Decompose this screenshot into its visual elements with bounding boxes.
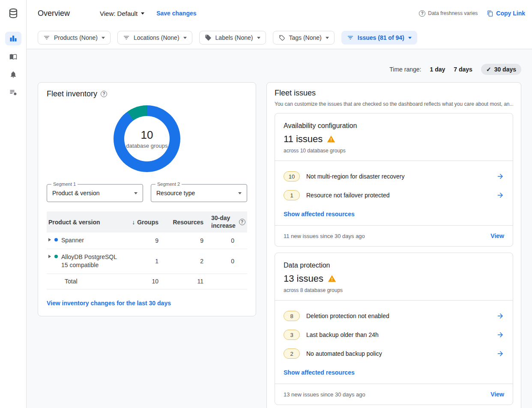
show-affected-resources-link[interactable]: Show affected resources bbox=[284, 211, 504, 217]
issue-item: 10 Not multi-region for disaster recover… bbox=[284, 169, 504, 184]
total-groups-value: 10 bbox=[124, 278, 160, 285]
chevron-down-icon bbox=[257, 37, 260, 39]
help-icon[interactable]: ? bbox=[101, 91, 107, 97]
chevron-down-icon bbox=[141, 12, 144, 15]
issue-count-badge: 2 bbox=[284, 348, 300, 359]
col-resources[interactable]: Resources bbox=[160, 219, 205, 226]
view-inventory-changes-link[interactable]: View inventory changes for the last 30 d… bbox=[47, 300, 247, 307]
row-increase-value: 0 bbox=[205, 258, 236, 265]
table-total-row: Total 10 11 bbox=[47, 274, 247, 289]
increase-help: ? bbox=[236, 219, 248, 225]
row-product-name: Spanner bbox=[61, 236, 84, 245]
issue-item: 3 Last backup older than 24h bbox=[284, 327, 504, 342]
filter-chip-locations[interactable]: Locations (None) bbox=[117, 31, 192, 45]
arrow-forward-icon bbox=[496, 331, 504, 339]
fleet-issues-subtitle: You can customize the issues that are ch… bbox=[275, 101, 513, 107]
row-groups-value: 9 bbox=[124, 237, 160, 244]
go-to-issue-button[interactable] bbox=[496, 173, 504, 180]
help-icon[interactable]: ? bbox=[419, 10, 425, 17]
donut-center-label: database groups bbox=[126, 143, 168, 149]
inventory-table: Product & version ↓ Groups Resources 30-… bbox=[47, 211, 247, 289]
new-issues-note: 11 new issues since 30 days ago bbox=[284, 233, 365, 239]
filter-chip-labels[interactable]: Labels (None) bbox=[199, 31, 266, 45]
nav-alerts[interactable] bbox=[5, 68, 21, 81]
chevron-down-icon bbox=[183, 37, 187, 39]
segment2-select[interactable]: Segment 2 Resource type bbox=[151, 184, 247, 202]
issue-item: 2 No automated backup policy bbox=[284, 346, 504, 361]
col-30-day-increase[interactable]: 30-day increase bbox=[205, 214, 236, 229]
issue-label: Deletion protection not enabled bbox=[306, 313, 389, 319]
go-to-issue-button[interactable] bbox=[496, 312, 504, 320]
chevron-down-icon bbox=[134, 192, 137, 194]
new-issues-note: 13 new issues since 30 days ago bbox=[284, 391, 365, 398]
expand-row-icon[interactable] bbox=[48, 238, 51, 241]
left-nav-rail bbox=[0, 0, 27, 408]
issue-list: 10 Not multi-region for disaster recover… bbox=[275, 161, 513, 225]
list-settings-icon bbox=[9, 88, 18, 97]
page-title: Overview bbox=[38, 9, 70, 18]
chevron-down-icon bbox=[326, 37, 329, 39]
issue-category-card-data-protection: Data protection 13 issues across 8 datab… bbox=[275, 253, 513, 405]
time-range-1-day[interactable]: 1 day bbox=[430, 66, 445, 73]
inventory-donut-wrap: 10 database groups bbox=[47, 105, 247, 172]
chevron-down-icon bbox=[238, 192, 242, 194]
row-resources-value: 2 bbox=[160, 258, 205, 265]
time-range-7-days[interactable]: 7 days bbox=[454, 66, 472, 73]
nav-documentation[interactable] bbox=[5, 50, 21, 63]
copy-link-label: Copy Link bbox=[496, 10, 525, 17]
filter-chip-issues[interactable]: Issues (81 of 94) bbox=[341, 31, 417, 45]
chevron-down-icon bbox=[102, 37, 105, 39]
dashboard-cards-row: Fleet inventory ? 10 database groups bbox=[38, 82, 521, 408]
inventory-donut-ring[interactable]: 10 database groups bbox=[114, 105, 180, 172]
issue-count-badge: 10 bbox=[284, 171, 300, 182]
issue-item: 8 Deletion protection not enabled bbox=[284, 308, 504, 324]
issue-label: No automated backup policy bbox=[306, 350, 382, 357]
go-to-issue-button[interactable] bbox=[496, 350, 504, 357]
row-product-name: AlloyDB PostgreSQL 15 compatible bbox=[61, 253, 117, 270]
col-product-version[interactable]: Product & version bbox=[47, 219, 124, 226]
show-affected-resources-link[interactable]: Show affected resources bbox=[284, 369, 504, 376]
book-icon bbox=[9, 53, 17, 60]
nav-overview-dashboard[interactable] bbox=[5, 32, 21, 45]
database-icon bbox=[8, 8, 19, 19]
warning-icon bbox=[327, 135, 335, 143]
bell-icon bbox=[9, 71, 17, 78]
table-row[interactable]: Spanner 9 9 0 bbox=[47, 232, 247, 249]
table-row[interactable]: AlloyDB PostgreSQL 15 compatible 1 2 0 bbox=[47, 249, 247, 274]
fleet-inventory-header: Fleet inventory ? bbox=[47, 89, 247, 98]
view-button[interactable]: View bbox=[490, 232, 504, 239]
fleet-issues-title: Fleet issues bbox=[275, 89, 513, 98]
segment1-floating-label: Segment 1 bbox=[51, 182, 78, 187]
inventory-table-header: Product & version ↓ Groups Resources 30-… bbox=[47, 211, 247, 232]
issue-category-footer: 13 new issues since 30 days ago View bbox=[275, 384, 513, 405]
col-groups-label: Groups bbox=[137, 219, 158, 226]
arrow-forward-icon bbox=[496, 312, 504, 320]
segment1-value: Product & version bbox=[52, 190, 100, 197]
col-increase-line2: increase bbox=[211, 222, 236, 229]
database-center-logo[interactable] bbox=[0, 0, 26, 27]
filter-chip-tags[interactable]: Tags (None) bbox=[273, 31, 335, 45]
arrow-forward-icon bbox=[496, 350, 504, 357]
help-icon[interactable]: ? bbox=[239, 219, 245, 225]
save-changes-button[interactable]: Save changes bbox=[156, 10, 196, 17]
issue-count: 11 issues bbox=[284, 134, 323, 145]
expand-row-icon[interactable] bbox=[48, 255, 51, 258]
time-range-30-days[interactable]: ✓ 30 days bbox=[481, 64, 521, 75]
fleet-inventory-title: Fleet inventory bbox=[47, 89, 97, 98]
view-button[interactable]: View bbox=[490, 391, 504, 398]
page-content: Time range: 1 day 7 days ✓ 30 days Fleet… bbox=[27, 49, 532, 408]
go-to-issue-button[interactable] bbox=[496, 331, 504, 339]
segment1-select[interactable]: Segment 1 Product & version bbox=[47, 184, 143, 202]
filter-chip-products[interactable]: Products (None) bbox=[38, 31, 111, 45]
go-to-issue-button[interactable] bbox=[496, 191, 504, 199]
col-groups[interactable]: ↓ Groups bbox=[124, 219, 160, 226]
copy-link-button[interactable]: Copy Link bbox=[487, 10, 525, 17]
issue-count-badge: 8 bbox=[284, 311, 300, 321]
total-label: Total bbox=[47, 278, 124, 285]
nav-fleet-settings[interactable] bbox=[5, 86, 21, 99]
segment-selectors: Segment 1 Product & version Segment 2 Re… bbox=[47, 184, 247, 202]
issue-category-card-availability: Availability configuration 11 issues acr… bbox=[275, 113, 513, 247]
copy-icon bbox=[487, 10, 493, 17]
tag-icon bbox=[278, 34, 285, 41]
view-selector[interactable]: View: Default bbox=[100, 10, 144, 17]
